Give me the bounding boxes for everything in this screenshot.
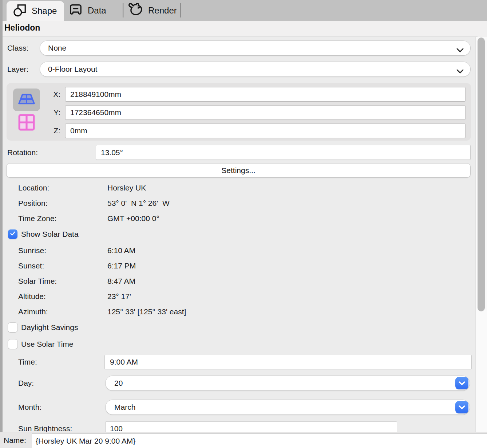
sunset-label: Sunset: [18,258,44,274]
name-input[interactable]: {Horsley UK Mar 20 9:00 AM} [32,434,487,448]
plane-3d-icon [17,92,36,108]
sunset-value: 6:17 PM [107,258,136,274]
daylight-savings-checkbox[interactable] [8,323,17,332]
scrollbar-thumb[interactable] [478,38,485,311]
tab-render[interactable]: Render [127,0,177,21]
z-value: 0mm [70,126,87,135]
azimuth-value: 125° 33' [125° 33' east] [107,304,186,319]
month-select[interactable]: March [106,400,470,414]
grid-2d-icon [18,113,35,133]
class-value: None [48,44,66,52]
chevron-down-icon [456,67,464,76]
tab-shape-label: Shape [32,6,57,16]
location-value: Horsley UK [107,180,146,196]
y-label: Y: [44,106,60,119]
palette-left-edge [0,0,3,432]
day-dropdown-button[interactable] [455,377,468,389]
show-solar-data-checkbox[interactable] [8,229,17,239]
tab-data-label: Data [88,5,106,16]
name-value: {Horsley UK Mar 20 9:00 AM} [36,437,135,445]
x-input[interactable]: 218849100mm [66,87,465,101]
name-label: Name: [4,432,26,448]
use-solar-time-checkbox[interactable] [8,339,17,349]
rotation-label: Rotation: [7,145,38,160]
day-select[interactable]: 20 [106,376,470,390]
tab-separator [181,3,181,17]
time-zone-label: Time Zone: [18,211,56,226]
sunrise-value: 6:10 AM [107,243,135,258]
month-label: Month: [18,400,41,414]
rotation-value: 13.05° [101,148,123,157]
settings-button[interactable]: Settings... [7,164,470,177]
time-label: Time: [18,355,37,369]
view-2d-button[interactable] [17,114,36,133]
tab-bar: Data Render [0,0,487,21]
time-input[interactable]: 9:00 AM [105,355,471,369]
day-value: 20 [114,379,123,388]
view-3d-button[interactable] [13,89,40,111]
solar-time-label: Solar Time: [18,274,57,289]
azimuth-label: Azimuth: [18,304,48,319]
heading-band [0,21,487,37]
y-value: 172364650mm [70,108,121,117]
shape-icon [13,3,27,19]
solar-time-value: 8:47 AM [107,274,135,289]
position-value: 53° 0' N 1° 26' W [107,196,170,211]
name-bar: Name: {Horsley UK Mar 20 9:00 AM} [0,432,487,448]
z-input[interactable]: 0mm [66,124,465,138]
settings-button-label: Settings... [221,166,255,175]
object-info-palette: Data Render Shape Heliodon Class: None [0,0,487,448]
month-dropdown-button[interactable] [455,401,468,413]
daylight-savings-label: Daylight Savings [21,323,78,332]
layer-label: Layer: [7,62,28,76]
tab-render-label: Render [148,5,177,16]
y-input[interactable]: 172364650mm [66,106,465,119]
teapot-render-icon [127,3,144,18]
location-label: Location: [18,180,49,196]
position-label: Position: [18,196,48,211]
day-label: Day: [18,376,34,390]
time-zone-value: GMT +00:00 0° [107,211,159,226]
class-label: Class: [7,41,28,55]
layer-value: 0-Floor Layout [48,65,97,74]
month-value: March [114,403,135,412]
altitude-label: Altitude: [18,289,46,304]
time-value: 9:00 AM [110,358,138,366]
use-solar-time-label: Use Solar Time [21,339,74,349]
tab-separator [123,3,123,17]
page-title: Heliodon [4,23,40,33]
altitude-value: 23° 17' [107,289,131,304]
z-label: Z: [44,124,60,138]
rotation-input[interactable]: 13.05° [96,145,470,160]
checkmark-icon [9,230,16,239]
divider [0,36,478,37]
tab-data[interactable]: Data [68,0,106,21]
tab-shape[interactable]: Shape [7,1,64,21]
x-label: X: [44,87,60,101]
class-select[interactable]: None [40,41,470,55]
show-solar-data-label: Show Solar Data [21,229,79,239]
x-value: 218849100mm [70,90,121,99]
chevron-down-icon [456,46,464,55]
sunrise-label: Sunrise: [18,243,46,258]
layer-select[interactable]: 0-Floor Layout [40,62,470,76]
data-tag-icon [68,3,84,18]
